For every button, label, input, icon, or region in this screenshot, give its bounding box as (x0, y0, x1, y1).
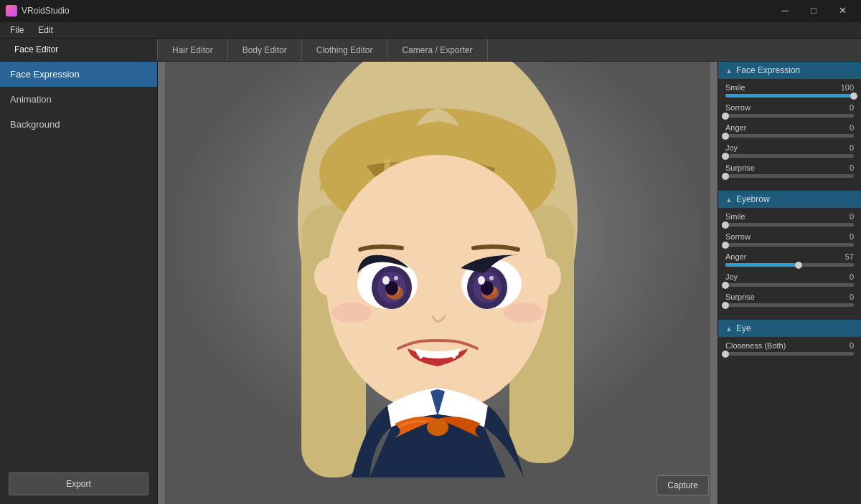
slider-thumb-joy (722, 153, 729, 160)
svg-point-8 (314, 258, 343, 295)
slider-fill-smile (725, 94, 854, 98)
eye-arrow: ▲ (725, 325, 733, 333)
slider-label-eye-closeness: Closeness (Both) 0 (725, 341, 854, 350)
slider-track-sorrow[interactable] (725, 114, 854, 118)
face-expression-header[interactable]: ▲ Face Expression (718, 62, 861, 79)
slider-value-eyebrow-joy: 0 (850, 272, 854, 281)
slider-track-surprise[interactable] (725, 174, 854, 178)
slider-value-eyebrow-surprise: 0 (850, 293, 854, 301)
slider-value-smile: 100 (841, 83, 854, 92)
slider-thumb-smile (850, 92, 857, 100)
capture-button[interactable]: Capture (657, 475, 709, 495)
eyebrow-section: ▲ Eyebrow Smile 0 Sorrow (718, 191, 861, 317)
tab-face-editor[interactable]: Face Editor (0, 39, 158, 61)
slider-track-eyebrow-sorrow[interactable] (725, 243, 854, 247)
right-panel: ▲ Face Expression Smile 100 (718, 62, 861, 504)
app-title: VRoidStudio (22, 6, 70, 16)
slider-row-smile: Smile 100 (725, 83, 854, 98)
slider-label-smile: Smile 100 (725, 83, 854, 92)
slider-value-surprise: 0 (850, 163, 854, 172)
sidebar-item-animation[interactable]: Animation (0, 87, 157, 112)
slider-value-eye-closeness: 0 (850, 341, 854, 350)
slider-row-sorrow: Sorrow 0 (725, 103, 854, 118)
slider-track-anger[interactable] (725, 134, 854, 138)
slider-thumb-anger (722, 133, 729, 140)
maximize-button[interactable]: □ (801, 1, 827, 21)
slider-track-eyebrow-joy[interactable] (725, 283, 854, 287)
svg-rect-26 (419, 353, 423, 358)
slider-row-joy: Joy 0 (725, 143, 854, 158)
slider-track-eye-closeness[interactable] (725, 352, 854, 356)
character-svg (158, 62, 718, 504)
slider-label-surprise-text: Surprise (725, 163, 755, 172)
slider-label-anger: Anger 0 (725, 123, 854, 132)
eye-section: ▲ Eye Closeness (Both) 0 (718, 320, 861, 366)
menu-file[interactable]: File (3, 24, 31, 37)
slider-row-eye-closeness: Closeness (Both) 0 (725, 341, 854, 356)
slider-label-eyebrow-anger-text: Anger (725, 252, 746, 261)
sidebar-item-background[interactable]: Background (0, 112, 157, 137)
slider-thumb-surprise (722, 173, 729, 180)
slider-row-eyebrow-smile: Smile 0 (725, 212, 854, 227)
slider-track-eyebrow-smile[interactable] (725, 223, 854, 227)
slider-label-eyebrow-joy: Joy 0 (725, 272, 854, 281)
eyebrow-title: Eyebrow (736, 194, 770, 204)
tab-body-editor[interactable]: Body Editor (228, 39, 302, 61)
slider-label-eyebrow-joy-text: Joy (725, 272, 738, 281)
close-button[interactable]: ✕ (829, 1, 855, 21)
main-layout: Face Expression Animation Background Exp… (0, 62, 861, 504)
slider-track-eyebrow-surprise[interactable] (725, 303, 854, 307)
svg-point-25 (489, 276, 494, 280)
slider-row-eyebrow-joy: Joy 0 (725, 272, 854, 287)
svg-point-30 (427, 419, 448, 436)
slider-label-eye-closeness-text: Closeness (Both) (725, 341, 786, 350)
slider-track-eyebrow-anger[interactable] (725, 263, 854, 267)
titlebar-controls: ─ □ ✕ (772, 1, 855, 21)
slider-row-eyebrow-surprise: Surprise 0 (725, 293, 854, 307)
slider-label-sorrow: Sorrow 0 (725, 103, 854, 112)
svg-point-18 (394, 276, 398, 280)
editor-tabs: Face Editor Hair Editor Body Editor Clot… (0, 39, 861, 62)
app-icon (6, 5, 17, 16)
export-button[interactable]: Export (9, 472, 149, 495)
slider-label-eyebrow-surprise: Surprise 0 (725, 293, 854, 301)
tab-camera-exporter[interactable]: Camera / Exporter (387, 39, 487, 61)
slider-track-joy[interactable] (725, 154, 854, 158)
svg-point-17 (382, 276, 390, 285)
slider-label-anger-text: Anger (725, 123, 746, 132)
slider-value-joy: 0 (850, 143, 854, 152)
slider-label-joy-text: Joy (725, 143, 738, 152)
slider-value-anger: 0 (850, 123, 854, 132)
slider-track-smile[interactable] (725, 94, 854, 98)
slider-label-smile-text: Smile (725, 83, 745, 92)
eyebrow-content: Smile 0 Sorrow 0 (718, 208, 861, 317)
slider-value-sorrow: 0 (850, 103, 854, 112)
character-area (158, 62, 718, 504)
face-expression-section: ▲ Face Expression Smile 100 (718, 62, 861, 188)
eyebrow-header[interactable]: ▲ Eyebrow (718, 191, 861, 208)
slider-label-eyebrow-smile-text: Smile (725, 212, 745, 221)
slider-value-eyebrow-anger: 57 (845, 252, 854, 261)
slider-label-sorrow-text: Sorrow (725, 103, 751, 112)
minimize-button[interactable]: ─ (772, 1, 798, 21)
face-expression-content: Smile 100 Sorrow 0 (718, 79, 861, 188)
svg-point-9 (532, 258, 561, 295)
eye-title: Eye (736, 323, 751, 333)
slider-label-joy: Joy 0 (725, 143, 854, 152)
eyebrow-arrow: ▲ (725, 196, 733, 204)
left-sidebar: Face Expression Animation Background Exp… (0, 62, 158, 504)
slider-thumb-sorrow (722, 113, 729, 120)
slider-row-anger: Anger 0 (725, 123, 854, 138)
titlebar-left: VRoidStudio (6, 5, 70, 16)
face-expression-arrow: ▲ (725, 67, 733, 75)
svg-point-24 (478, 276, 485, 285)
slider-label-surprise: Surprise 0 (725, 163, 854, 172)
sidebar-item-face-expression[interactable]: Face Expression (0, 62, 157, 87)
tab-clothing-editor[interactable]: Clothing Editor (302, 39, 388, 61)
tab-hair-editor[interactable]: Hair Editor (158, 39, 228, 61)
export-btn-container: Export (0, 464, 157, 504)
eye-header[interactable]: ▲ Eye (718, 320, 861, 337)
menu-edit[interactable]: Edit (31, 24, 60, 37)
svg-rect-27 (452, 353, 456, 358)
menubar: File Edit (0, 22, 861, 39)
